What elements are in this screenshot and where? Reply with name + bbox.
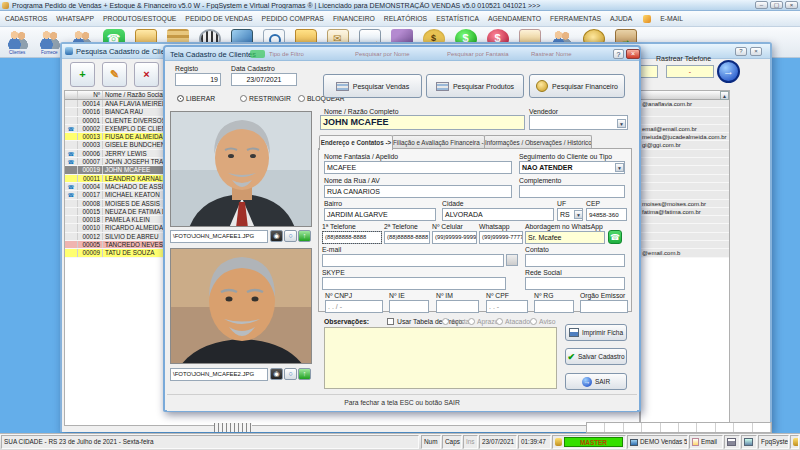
rede-social-field[interactable] (525, 277, 625, 290)
camera-icon[interactable]: ◉ (270, 368, 283, 380)
upload-photo2-icon[interactable]: ↑ (298, 368, 311, 380)
cnpj-field[interactable]: . . / - (325, 300, 383, 313)
send-email-icon[interactable] (506, 254, 518, 266)
add-record-button[interactable] (70, 62, 95, 87)
menu-item-agendamento[interactable]: AGENDAMENTO (488, 15, 541, 22)
rg-field[interactable] (534, 300, 574, 313)
minimize-button[interactable]: – (755, 1, 768, 9)
email-cell[interactable] (641, 175, 729, 183)
radio-avista[interactable]: Avista (442, 318, 469, 325)
salvar-cadastro-button[interactable]: ✔Salvar Cadastro (565, 348, 627, 365)
email-cell[interactable] (641, 233, 729, 241)
rastrear-input-2[interactable]: - (666, 65, 714, 78)
menu-item-e-mail[interactable]: E-MAIL (660, 15, 683, 22)
rua-field[interactable]: RUA CANARIOS (324, 185, 512, 198)
menu-item-produtos-estoque[interactable]: PRODUTOS/ESTOQUE (103, 15, 176, 22)
tab-filia-o-e-avalia-o-financeira[interactable]: Filiação e Avaliação Financeira -> (392, 135, 485, 149)
tel1-field[interactable]: (88)88888-8888 (322, 231, 382, 244)
observacoes-textarea[interactable] (324, 327, 557, 389)
email-field[interactable] (322, 254, 504, 267)
email-cell[interactable] (641, 166, 729, 174)
menu-item-ferramentas[interactable]: FERRAMENTAS (550, 15, 601, 22)
zoom-photo2-icon[interactable]: ○ (284, 368, 297, 380)
radio-aviso[interactable]: Aviso (530, 318, 556, 325)
scroll-up-icon[interactable]: ▲ (720, 91, 729, 100)
celular-field[interactable]: (99)99999-9999 (432, 231, 477, 244)
tab-endere-o-e-contatos[interactable]: Endereço e Contatos -> (319, 135, 393, 150)
toolbar-clients-icon[interactable]: Clientes (5, 29, 30, 55)
cidade-field[interactable]: ALVORADA (442, 208, 554, 221)
nome-fantasia-field[interactable]: MCAFEE (324, 161, 512, 174)
browse-help-button[interactable]: ? (735, 47, 747, 56)
pesquisar-vendas-button[interactable]: Pesquisar Vendas (323, 74, 422, 98)
email-cell[interactable] (641, 191, 729, 199)
menu-item-ajuda[interactable]: AJUDA (610, 15, 632, 22)
email-cell[interactable] (641, 241, 729, 249)
status-screen[interactable] (741, 435, 757, 449)
cpf-field[interactable]: . . - (486, 300, 528, 313)
data-cadastro-field[interactable]: 23/07/2021 (231, 73, 297, 86)
usar-tabela-checkbox[interactable] (387, 318, 394, 325)
email-cell[interactable] (641, 183, 729, 191)
radio-atacado[interactable]: Atacado (496, 318, 530, 325)
upload-photo1-icon[interactable]: ↑ (298, 230, 311, 242)
email-cell[interactable]: moises@moises.com.br (641, 200, 729, 208)
rastrear-go-button[interactable]: → (717, 60, 740, 83)
status-printer[interactable] (724, 435, 740, 449)
ie-field[interactable] (389, 300, 429, 313)
email-cell[interactable] (641, 224, 729, 232)
email-cell[interactable]: gi@ggi.com.br (641, 141, 729, 149)
email-cell[interactable] (641, 117, 729, 125)
menu-item-whatsapp[interactable]: WHATSAPP (56, 15, 94, 22)
close-button[interactable]: × (785, 1, 798, 9)
chevron-down-icon[interactable]: ▼ (574, 210, 583, 219)
dialog-titlebar[interactable]: Tela Cadastro de Clientes Tipo de Filtro… (165, 47, 639, 61)
photo2-path-field[interactable]: \FOTO\JOHN_MCAFEE2.JPG (170, 368, 268, 381)
cep-field[interactable]: 94858-360 (586, 208, 627, 221)
menu-item-relat-rios[interactable]: RELATÓRIOS (384, 15, 427, 22)
imprimir-ficha-button[interactable]: Imprimir Ficha (565, 324, 627, 341)
tel2-field[interactable]: (88)88888-8888 (384, 231, 430, 244)
camera-icon[interactable]: ◉ (270, 230, 283, 242)
whatsapp-send-icon[interactable]: ☎ (608, 230, 622, 244)
dialog-close-button[interactable]: × (626, 49, 640, 59)
radio-aprazo[interactable]: Aprazo (468, 318, 499, 325)
edit-record-button[interactable] (102, 62, 127, 87)
pesquisar-produtos-button[interactable]: Pesquisar Produtos (426, 74, 524, 98)
menu-item-estat-stica[interactable]: ESTATÍSTICA (436, 15, 479, 22)
dialog-help-button[interactable]: ? (613, 49, 624, 59)
browse-close-button[interactable]: × (750, 47, 762, 56)
menu-item-financeiro[interactable]: FINANCEIRO (333, 15, 375, 22)
rastrear-input-1[interactable] (638, 65, 658, 78)
registro-field[interactable]: 19 (175, 73, 221, 86)
menu-item-pedido-de-vendas[interactable]: PEDIDO DE VENDAS (185, 15, 252, 22)
delete-record-button[interactable] (134, 62, 159, 87)
contato-field[interactable] (525, 254, 625, 267)
email-cell[interactable] (641, 158, 729, 166)
whatsapp-field[interactable]: (99)99999-7777 (479, 231, 523, 244)
menu-item-cadastros[interactable]: CADASTROS (5, 15, 47, 22)
orgao-field[interactable] (580, 300, 628, 313)
email-cell[interactable] (641, 150, 729, 158)
photo1-path-field[interactable]: \FOTO\JOHN_MCAFEE1.JPG (170, 230, 268, 243)
email-cell[interactable]: fatima@fatima.com.br (641, 208, 729, 216)
status-email[interactable]: Email (689, 435, 723, 449)
bairro-field[interactable]: JARDIM ALGARVE (324, 208, 436, 221)
email-cell[interactable] (641, 108, 729, 116)
email-cell[interactable]: @anaflavia.com.br (641, 100, 729, 108)
pesquisar-financeiro-button[interactable]: Pesquisar Financeiro (529, 74, 625, 98)
complemento-field[interactable] (519, 185, 625, 198)
abordagem-field[interactable]: Sr. Mcafee (525, 231, 605, 244)
skype-field[interactable] (322, 277, 506, 290)
email-cell[interactable] (641, 216, 729, 224)
nome-field[interactable]: JOHN MCAFEE (320, 115, 525, 130)
email-cell[interactable]: email@email.com.br (641, 125, 729, 133)
menu-item-pedido-compras[interactable]: PEDIDO COMPRAS (262, 15, 324, 22)
radio-restringir[interactable]: RESTRINGIR (240, 95, 291, 102)
im-field[interactable] (436, 300, 479, 313)
restore-button[interactable]: ▢ (770, 1, 783, 9)
toolbar-suppliers-icon[interactable]: Fornece (37, 29, 62, 55)
email-cell[interactable]: meiuda@jucadealmeida.com.br (641, 133, 729, 141)
sair-button[interactable]: →SAIR (565, 373, 627, 390)
seguimento-select[interactable]: NAO ATENDER (519, 161, 625, 174)
